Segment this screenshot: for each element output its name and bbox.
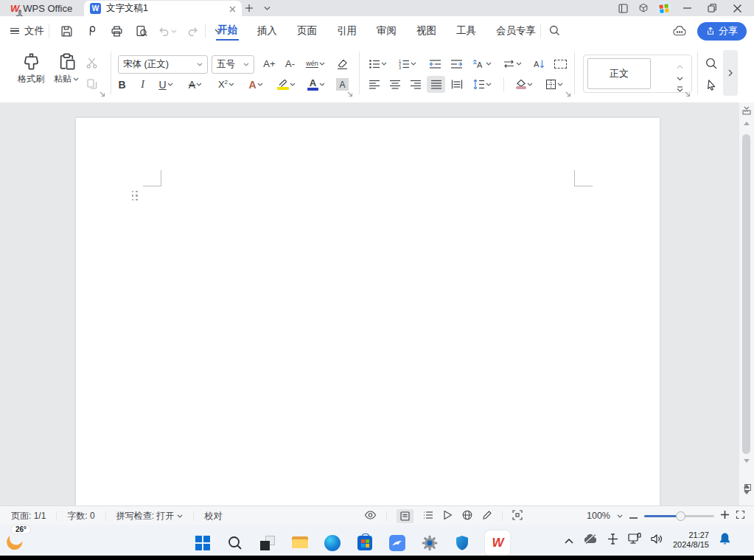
sort-button[interactable]: A [530, 55, 548, 72]
font-size-select[interactable]: 五号 [212, 55, 254, 74]
scroll-up-arrow[interactable] [744, 122, 750, 125]
character-scaling-button[interactable]: A [469, 55, 495, 72]
split-window-icon[interactable] [614, 0, 632, 16]
line-spacing-button[interactable] [469, 76, 495, 93]
format-painter-button[interactable]: 格式刷 [15, 52, 47, 85]
fit-page-icon[interactable] [512, 510, 523, 522]
style-normal-chip[interactable]: 正文 [587, 58, 651, 89]
task-view-button[interactable] [258, 533, 277, 553]
styles-group-expand[interactable] [684, 87, 691, 100]
spellcheck-toggle[interactable]: 拼写检查: 打开 [115, 510, 185, 522]
align-right-button[interactable] [406, 76, 425, 93]
thunder-app-button[interactable] [388, 533, 407, 553]
shading-button[interactable] [512, 76, 537, 93]
document-area[interactable] [0, 102, 754, 505]
paste-dropdown-icon[interactable] [73, 77, 79, 81]
clipboard-group-expand[interactable] [99, 87, 105, 100]
tab-tools[interactable]: 工具 [455, 22, 478, 40]
file-explorer-button[interactable] [290, 533, 310, 553]
zoom-slider-thumb[interactable] [676, 511, 685, 521]
word-count[interactable]: 字数: 0 [66, 510, 96, 522]
scrollbar-thumb[interactable] [742, 134, 750, 454]
clear-format-button[interactable] [333, 55, 352, 72]
play-fullread-icon[interactable] [443, 510, 453, 522]
print-button[interactable] [108, 23, 126, 40]
undo-button[interactable] [158, 26, 177, 37]
search-commands-button[interactable] [545, 22, 564, 39]
edge-browser-button[interactable] [323, 533, 342, 553]
bullet-list-button[interactable] [365, 55, 390, 72]
find-button[interactable] [702, 55, 721, 72]
zoom-slider[interactable] [644, 515, 714, 517]
weather-widget[interactable]: 26° [4, 526, 29, 551]
decrease-indent-button[interactable] [426, 55, 444, 72]
paste-button[interactable]: 粘贴 [50, 52, 83, 85]
zoom-percentage[interactable]: 100% [587, 511, 610, 521]
tab-reference[interactable]: 引用 [335, 22, 358, 40]
minimize-button[interactable] [676, 0, 698, 16]
distribute-button[interactable] [447, 76, 466, 93]
ribbon-expand-panel[interactable] [723, 50, 738, 96]
select-browse-object-button[interactable] [744, 484, 751, 491]
fullscreen-icon[interactable] [736, 510, 745, 522]
paragraph-drag-handle[interactable] [131, 190, 139, 201]
align-left-button[interactable] [365, 76, 383, 93]
close-window-button[interactable] [726, 0, 748, 16]
select-button[interactable] [702, 76, 721, 93]
tab-home[interactable]: 开始 [216, 21, 239, 41]
start-button[interactable] [193, 533, 212, 553]
proofread-button[interactable]: 校对 [203, 510, 223, 522]
restore-button[interactable] [701, 0, 723, 16]
strikethrough-button[interactable]: A [183, 76, 208, 93]
numbered-list-button[interactable]: 123 [394, 55, 419, 72]
tab-list-dropdown[interactable] [258, 0, 276, 16]
clock[interactable]: 21:27 2024/8/15 [673, 531, 709, 550]
export-pdf-button[interactable] [83, 23, 101, 40]
page-view-button[interactable] [397, 509, 413, 523]
tab-view[interactable]: 视图 [415, 22, 438, 40]
save-button[interactable] [57, 23, 76, 40]
eye-protect-icon[interactable] [364, 511, 377, 522]
cut-button[interactable] [83, 55, 101, 71]
document-tab[interactable]: W 文字文稿1 [84, 1, 242, 16]
wps-office-taskbar-button[interactable]: W [485, 531, 510, 556]
ruler-toggle-icon[interactable] [741, 105, 752, 119]
borders-button[interactable] [542, 76, 567, 93]
font-name-select[interactable]: 宋体 (正文) [118, 55, 208, 74]
web-layout-icon[interactable] [462, 510, 472, 522]
zoom-dropdown-icon[interactable] [617, 514, 623, 518]
ink-pen-icon[interactable] [482, 510, 492, 522]
decrease-font-button[interactable]: A- [281, 55, 299, 72]
taskbar-search-button[interactable] [226, 533, 245, 553]
highlight-color-button[interactable] [273, 76, 299, 93]
underline-button[interactable]: U [153, 76, 178, 93]
print-preview-button[interactable] [133, 23, 151, 40]
tab-review[interactable]: 审阅 [375, 22, 398, 40]
italic-button[interactable]: I [133, 76, 152, 93]
increase-indent-button[interactable] [447, 55, 466, 72]
file-menu[interactable]: 文件 [10, 16, 44, 46]
pinyin-guide-button[interactable]: wén [303, 55, 328, 72]
tab-insert[interactable]: 插入 [256, 22, 279, 40]
tray-expand-chevron[interactable] [565, 533, 573, 547]
redo-button[interactable] [184, 23, 202, 40]
font-group-expand[interactable] [346, 87, 353, 100]
align-center-button[interactable] [385, 76, 404, 93]
tab-page[interactable]: 页面 [296, 22, 318, 40]
windows-security-button[interactable] [453, 533, 472, 553]
text-effects-button[interactable]: A [243, 76, 268, 93]
tab-stops-button[interactable] [551, 55, 570, 72]
tab-member[interactable]: 会员专享 [495, 22, 537, 40]
outline-view-icon[interactable] [423, 511, 433, 522]
microsoft-store-button[interactable] [355, 533, 374, 553]
scroll-down-arrow[interactable] [744, 459, 750, 463]
zoom-in-button[interactable] [721, 511, 729, 521]
document-page[interactable] [76, 118, 660, 505]
new-tab-button[interactable] [240, 0, 258, 16]
share-button[interactable]: 分享 [697, 22, 747, 41]
style-gallery-more[interactable] [677, 82, 683, 95]
justify-button[interactable] [427, 76, 445, 93]
apps-cube-icon[interactable] [635, 0, 652, 16]
zoom-out-button[interactable] [629, 511, 638, 521]
increase-font-button[interactable]: A+ [260, 55, 279, 72]
